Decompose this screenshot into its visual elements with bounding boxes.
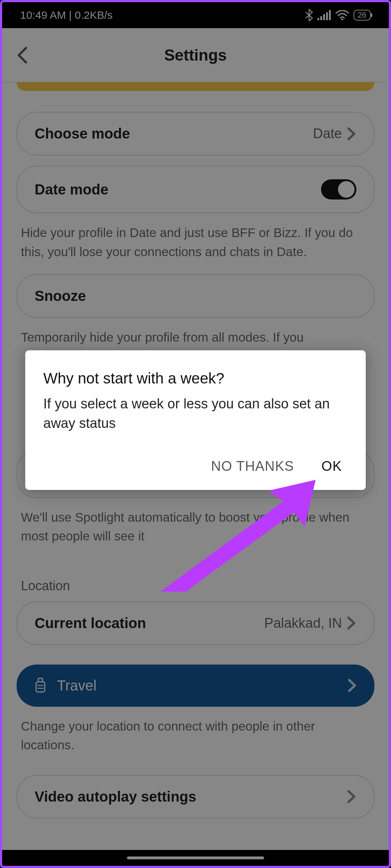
snooze-dialog: Why not start with a week? If you select… <box>25 350 366 490</box>
ok-button[interactable]: OK <box>321 459 342 474</box>
dialog-actions: NO THANKS OK <box>43 459 348 474</box>
no-thanks-button[interactable]: NO THANKS <box>211 459 294 474</box>
dialog-body: If you select a week or less you can als… <box>43 394 348 433</box>
dialog-title: Why not start with a week? <box>43 370 348 387</box>
